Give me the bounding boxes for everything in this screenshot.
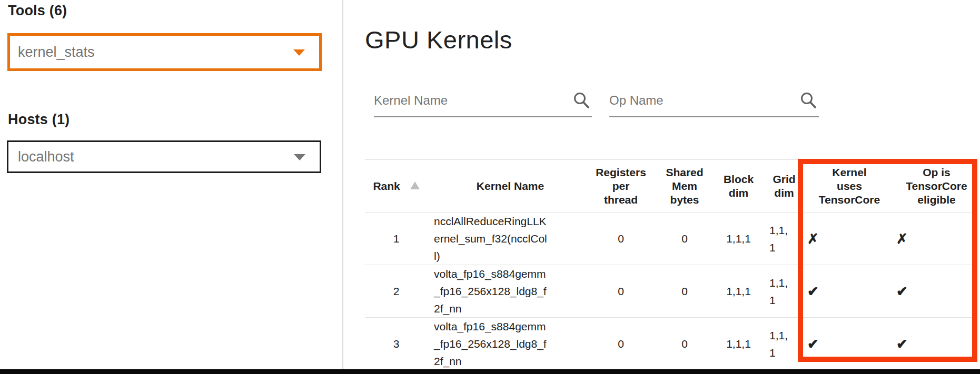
profiler-page: Tools (6) kernel_stats Hosts (1) localho…: [0, 0, 980, 374]
caret-down-icon: [293, 49, 305, 56]
check-mark-icon: ✔: [807, 284, 819, 299]
check-mark-icon: ✔: [896, 284, 908, 299]
gpu-kernels-table: Rank Kernel NameRegistersperthreadShared…: [365, 159, 977, 370]
cell-block_dim: 1,1,1: [716, 265, 761, 318]
page-title: GPU Kernels: [365, 25, 512, 54]
tools-dropdown-value: kernel_stats: [18, 44, 95, 60]
cell-registers_per_thread: 0: [589, 318, 653, 370]
col-header-block_dim[interactable]: Blockdim: [716, 160, 761, 213]
cell-rank: 1: [365, 213, 428, 265]
cell-op_is_tensorcore_eligible: ✔: [892, 318, 977, 370]
search-icon: [799, 91, 818, 110]
op-name-filter: [609, 84, 819, 117]
cell-rank: 2: [365, 265, 428, 318]
x-mark-icon: ✗: [896, 231, 908, 247]
cell-block_dim: 1,1,1: [716, 318, 761, 370]
table-row: 2volta_fp16_s884gemm_fp16_256x128_ldg8_f…: [365, 265, 977, 318]
col-header-kernel_name[interactable]: Kernel Name: [428, 160, 589, 213]
cell-block_dim: 1,1,1: [716, 213, 761, 265]
check-mark-icon: ✔: [896, 336, 908, 352]
kernel-name-filter: [374, 84, 592, 117]
hosts-dropdown[interactable]: localhost: [7, 140, 321, 173]
check-mark-icon: ✔: [807, 336, 819, 352]
cell-shared_mem_bytes: 0: [653, 265, 716, 318]
cell-registers_per_thread: 0: [589, 265, 653, 318]
cell-kernel_name: volta_fp16_s884gemm_fp16_256x128_ldg8_f2…: [428, 318, 589, 370]
cell-grid_dim: 1,1,1: [761, 265, 799, 318]
col-header-shared_mem_bytes[interactable]: SharedMembytes: [653, 160, 716, 213]
cell-op_is_tensorcore_eligible: ✔: [892, 265, 977, 318]
cell-kernel_uses_tensorcore: ✔: [799, 265, 892, 318]
op-name-input[interactable]: [609, 93, 783, 108]
sidebar: Tools (6) kernel_stats Hosts (1) localho…: [0, 0, 342, 369]
col-header-rank[interactable]: Rank: [365, 160, 428, 213]
cell-registers_per_thread: 0: [589, 213, 653, 265]
tools-label: Tools (6): [8, 3, 67, 19]
cell-shared_mem_bytes: 0: [653, 213, 716, 265]
x-mark-icon: ✗: [807, 231, 819, 247]
cell-kernel_name: ncclAllReduceRingLLKernel_sum_f32(ncclCo…: [428, 213, 589, 265]
cell-op_is_tensorcore_eligible: ✗: [892, 213, 977, 265]
col-header-kernel_uses_tensorcore[interactable]: KernelusesTensorCore: [799, 160, 892, 213]
cell-grid_dim: 1,1,1: [761, 213, 799, 265]
sort-ascending-icon: [410, 181, 420, 189]
hosts-label: Hosts (1): [8, 112, 70, 128]
bottom-bar: [0, 369, 980, 374]
cell-kernel_uses_tensorcore: ✔: [799, 318, 892, 370]
table-row: 3volta_fp16_s884gemm_fp16_256x128_ldg8_f…: [365, 318, 977, 370]
col-header-registers_per_thread[interactable]: Registersperthread: [589, 160, 653, 213]
search-icon: [572, 91, 591, 110]
cell-kernel_uses_tensorcore: ✗: [799, 213, 892, 265]
col-header-op_is_tensorcore_eligible[interactable]: Op isTensorCoreeligible: [892, 160, 977, 213]
cell-kernel_name: volta_fp16_s884gemm_fp16_256x128_ldg8_f2…: [428, 265, 589, 318]
cell-shared_mem_bytes: 0: [653, 318, 716, 370]
tools-dropdown[interactable]: kernel_stats: [7, 33, 322, 71]
kernel-name-input[interactable]: [374, 93, 548, 108]
hosts-dropdown-value: localhost: [18, 149, 74, 165]
caret-down-icon: [294, 154, 305, 160]
col-header-grid_dim[interactable]: Griddim: [761, 160, 799, 213]
cell-rank: 3: [365, 318, 428, 370]
table-row: 1ncclAllReduceRingLLKernel_sum_f32(ncclC…: [365, 213, 977, 265]
sidebar-divider: [342, 0, 343, 369]
table-header-row: Rank Kernel NameRegistersperthreadShared…: [365, 160, 977, 213]
cell-grid_dim: 1,1,1: [761, 318, 799, 370]
